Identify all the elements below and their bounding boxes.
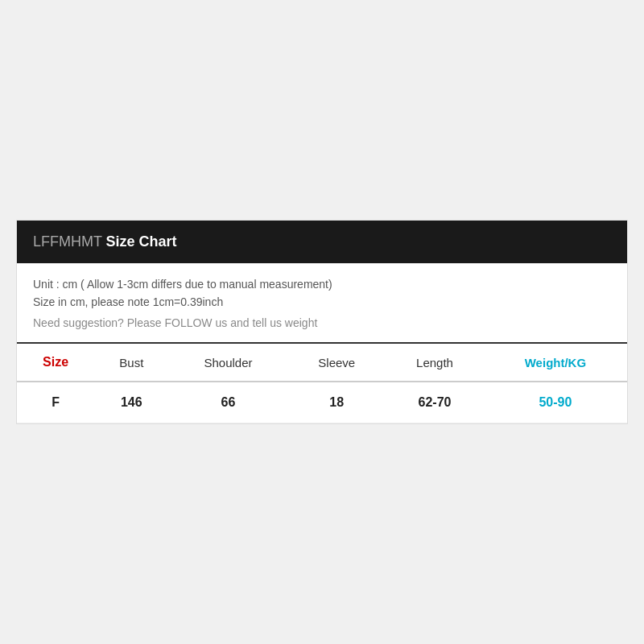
cell-size: F <box>17 382 94 423</box>
col-header-weight: Weight/KG <box>484 344 627 382</box>
info-line-2: Size in cm, please note 1cm=0.39inch <box>33 295 611 308</box>
col-header-bust: Bust <box>94 344 168 382</box>
table-section: Size Bust Shoulder Sleeve Length Weight/… <box>17 344 627 423</box>
brand-name: LFFMHMT <box>33 233 102 250</box>
col-header-shoulder: Shoulder <box>169 344 288 382</box>
col-header-sleeve: Sleeve <box>287 344 386 382</box>
size-chart-container: LFFMHMT Size Chart Unit : cm ( Allow 1-3… <box>16 220 628 424</box>
table-row: F146661862-7050-90 <box>17 382 627 423</box>
info-line-1: Unit : cm ( Allow 1-3cm differs due to m… <box>33 278 611 291</box>
cell-shoulder: 66 <box>169 382 288 423</box>
page-wrapper: LFFMHMT Size Chart Unit : cm ( Allow 1-3… <box>0 0 644 644</box>
info-line-3: Need suggestion? Please FOLLOW us and te… <box>33 316 611 329</box>
cell-bust: 146 <box>94 382 168 423</box>
cell-weight: 50-90 <box>484 382 627 423</box>
info-section: Unit : cm ( Allow 1-3cm differs due to m… <box>17 263 627 344</box>
size-table: Size Bust Shoulder Sleeve Length Weight/… <box>17 344 627 423</box>
cell-sleeve: 18 <box>287 382 386 423</box>
col-header-size: Size <box>17 344 94 382</box>
chart-title: Size Chart <box>105 233 176 250</box>
col-header-length: Length <box>386 344 484 382</box>
cell-length: 62-70 <box>386 382 484 423</box>
table-header-row: Size Bust Shoulder Sleeve Length Weight/… <box>17 344 627 382</box>
header-bar: LFFMHMT Size Chart <box>17 221 627 263</box>
